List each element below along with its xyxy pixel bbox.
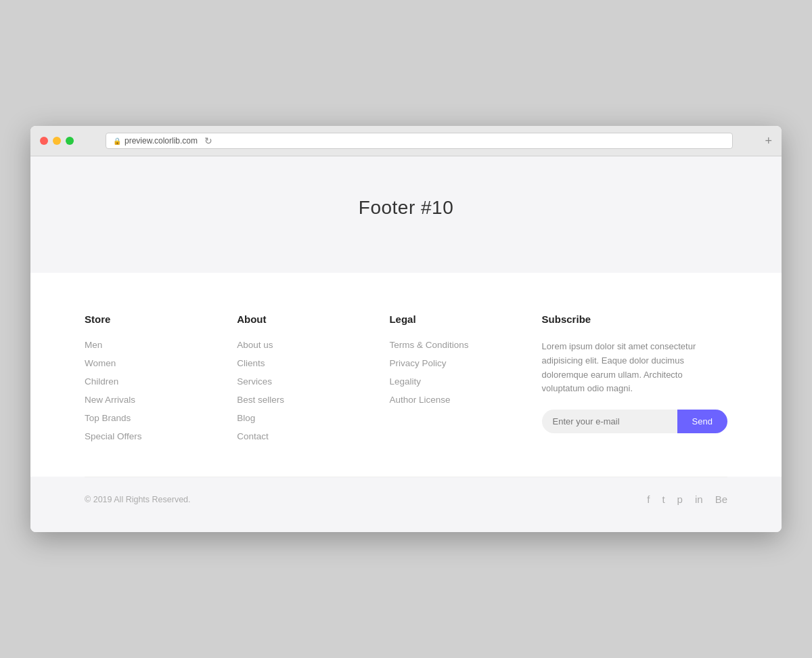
legal-link-author-license[interactable]: Author License — [389, 395, 541, 405]
subscribe-form: Send — [542, 410, 727, 433]
store-link-top-brands[interactable]: Top Brands — [85, 413, 237, 423]
minimize-button[interactable] — [53, 137, 61, 145]
browser-window: 🔒 preview.colorlib.com ↻ + Footer #10 St… — [30, 126, 782, 532]
about-link-contact[interactable]: Contact — [237, 431, 389, 441]
page-content: Footer #10 Store Men Women Children New … — [30, 156, 782, 532]
about-link-blog[interactable]: Blog — [237, 413, 389, 423]
twitter-icon[interactable]: t — [662, 494, 664, 505]
legal-link-privacy[interactable]: Privacy Policy — [389, 358, 541, 368]
facebook-icon[interactable]: f — [647, 494, 650, 505]
store-link-men[interactable]: Men — [85, 340, 237, 350]
footer-section: Store Men Women Children New Arrivals To… — [30, 273, 782, 477]
legal-link-terms[interactable]: Terms & Conditions — [389, 340, 541, 350]
footer-col-about: About About us Clients Services Best sel… — [237, 313, 389, 449]
footer-col-store: Store Men Women Children New Arrivals To… — [85, 313, 237, 449]
close-button[interactable] — [40, 137, 48, 145]
legal-heading: Legal — [389, 313, 541, 325]
url-text: preview.colorlib.com — [125, 136, 198, 146]
lock-icon: 🔒 — [113, 137, 121, 145]
titlebar: 🔒 preview.colorlib.com ↻ + — [30, 126, 782, 156]
reload-button[interactable]: ↻ — [204, 135, 212, 146]
maximize-button[interactable] — [66, 137, 74, 145]
send-button[interactable]: Send — [677, 410, 727, 433]
store-link-special-offers[interactable]: Special Offers — [85, 431, 237, 441]
copyright-text: © 2019 All Rights Reserved. — [85, 495, 191, 504]
pinterest-icon[interactable]: p — [677, 494, 683, 505]
store-link-new-arrivals[interactable]: New Arrivals — [85, 395, 237, 405]
page-title: Footer #10 — [30, 197, 782, 219]
subscribe-heading: Subscribe — [542, 313, 727, 325]
footer-columns: Store Men Women Children New Arrivals To… — [85, 313, 727, 477]
about-link-best-sellers[interactable]: Best sellers — [237, 395, 389, 405]
behance-icon[interactable]: Be — [715, 494, 727, 505]
email-input[interactable] — [542, 410, 677, 433]
about-link-clients[interactable]: Clients — [237, 358, 389, 368]
subscribe-description: Lorem ipsum dolor sit amet consectetur a… — [542, 340, 727, 396]
footer-col-subscribe: Subscribe Lorem ipsum dolor sit amet con… — [542, 313, 727, 449]
instagram-icon[interactable]: in — [695, 494, 703, 505]
hero-section: Footer #10 — [30, 156, 782, 273]
address-bar[interactable]: 🔒 preview.colorlib.com ↻ — [106, 133, 733, 149]
about-heading: About — [237, 313, 389, 325]
about-link-services[interactable]: Services — [237, 376, 389, 387]
legal-link-legality[interactable]: Legality — [389, 376, 541, 387]
footer-bottom: © 2019 All Rights Reserved. f t p in Be — [30, 477, 782, 532]
about-link-about-us[interactable]: About us — [237, 340, 389, 350]
store-heading: Store — [85, 313, 237, 325]
social-icons: f t p in Be — [647, 494, 727, 505]
footer-col-legal: Legal Terms & Conditions Privacy Policy … — [389, 313, 541, 449]
new-tab-button[interactable]: + — [765, 134, 772, 148]
store-link-children[interactable]: Children — [85, 376, 237, 387]
store-link-women[interactable]: Women — [85, 358, 237, 368]
